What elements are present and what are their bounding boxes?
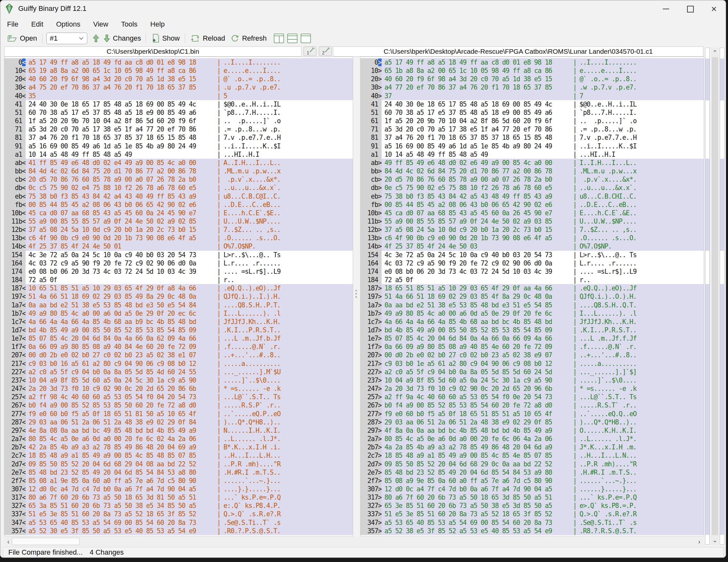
hex-row[interactable]: 2c7<18 85 48 a9 a1 85 49 a9 00 85 4c 85 … — [4, 451, 353, 460]
hex-row[interactable]: bb>84 4d 4c 02 6d 84 75 20 d1 70 86 77 a… — [360, 167, 704, 175]
hex-row[interactable]: 287>29 03 aa 06 51 2a 06 51 2a 48 38 e9 … — [360, 418, 704, 426]
hex-row[interactable]: 51 60 70 38 a5 17 e5 37 85 48 a5 18 e9 0… — [4, 108, 353, 117]
hex-row[interactable]: 10<65 19 a8 8a a2 00 65 1c 10 05 98 49 f… — [4, 67, 353, 75]
refresh-button[interactable]: Refresh — [228, 34, 269, 43]
minimize-icon[interactable] — [659, 4, 673, 14]
hex-row[interactable]: 197>51 4a 66 51 18 69 02 29 03 85 4f 8a … — [360, 292, 704, 301]
split-horizontal-icon[interactable] — [287, 34, 297, 43]
hex-row[interactable]: 257>a2 ff 9a 4c 40 60 60 a5 53 05 54 f0 … — [360, 393, 704, 401]
menu-item-view[interactable]: View — [93, 20, 108, 28]
hex-row[interactable]: 41 24 40 30 0e 18 65 17 85 48 a5 18 69 0… — [4, 100, 353, 108]
hex-row[interactable]: 2e7>85 48 bd 23 52 85 49 20 04 6d 85 54 … — [360, 468, 704, 477]
edit-file-2-button[interactable]: 2 — [319, 46, 332, 56]
hex-row[interactable]: 13b>c6 4f 90 0b c9 e0 90 0d 20 1b 73 90 … — [360, 234, 704, 242]
hex-row[interactable]: 174 e0 08 b0 06 20 3d 73 4c 03 72 24 5d … — [360, 267, 704, 276]
hex-row[interactable]: 81 37 a4 76 20 f1 70 18 65 37 85 37 18 6… — [360, 133, 704, 142]
hex-row[interactable]: 1d7>bd 4b 85 49 a9 00 85 50 85 52 85 53 … — [360, 326, 704, 334]
hex-row[interactable]: 347<a5 53 65 40 85 53 a5 54 69 00 85 54 … — [4, 518, 353, 527]
hex-row[interactable]: 154 4c 3e 72 a5 0a 24 5c 10 0a c9 40 b0 … — [4, 251, 353, 259]
hex-row[interactable]: 51 60 70 38 a5 17 e5 37 85 48 a5 18 e9 0… — [360, 108, 704, 117]
hex-row[interactable]: 154 4c 3e 72 a5 0a 24 5c 10 0a c9 40 b0 … — [360, 251, 704, 259]
hex-row[interactable]: 2b7<42 2a 85 4b a9 a3 a2 78 85 49 86 48 … — [4, 443, 353, 451]
hex-row[interactable]: fb>00 85 44 85 45 a2 08 06 43 b0 06 65 4… — [360, 201, 704, 209]
hex-row[interactable]: 1b7>49 a9 80 85 4c a0 00 a6 0d a5 0e 29 … — [360, 309, 704, 318]
hex-row[interactable]: 267<b0 f4 a9 00 85 52 85 53 85 50 60 20 … — [4, 401, 353, 409]
next-change-button[interactable] — [101, 34, 112, 43]
hex-row[interactable]: 184 72 a5 0f|r.. — [360, 276, 704, 284]
menu-item-edit[interactable]: Edit — [31, 20, 43, 28]
hex-row[interactable]: 0>a5 17 49 ff a8 a5 18 49 ff aa c8 d0 01… — [360, 58, 704, 67]
horizontal-scrollbar[interactable]: ‹ › — [4, 537, 703, 546]
diff-overview-strip-left[interactable] — [705, 48, 710, 545]
hex-row[interactable]: 10b>45 ca d0 07 aa 68 85 43 a5 45 60 0a … — [360, 209, 704, 217]
hex-row[interactable]: 2f7<85 08 a1 9e 85 0a 60 a0 ff a5 7e a6 … — [4, 477, 353, 485]
hex-row[interactable]: 61 1f a5 20 20 9b 70 10 04 a2 8f 86 5d 6… — [360, 117, 704, 125]
change-selector[interactable]: #1 — [46, 33, 87, 44]
hex-row[interactable]: 317>80 a6 7f 60 20 6b 73 a5 50 18 65 3d … — [360, 493, 704, 502]
hex-row[interactable]: 207<00 d0 2b e0 02 b0 27 c0 02 b0 23 a5 … — [4, 351, 353, 359]
hex-row[interactable]: 164 4c 03 72 c9 a5 90 f9 20 fe 72 c9 02 … — [360, 259, 704, 267]
hex-row[interactable]: 297<4e 8a 08 0a aa bd bc 49 85 48 bd bd … — [4, 426, 353, 435]
scroll-left-icon[interactable]: ‹ — [4, 537, 12, 546]
hex-row[interactable]: 187>18 65 51 85 51 a5 10 29 03 65 4f 29 … — [360, 284, 704, 292]
hex-row[interactable]: 2e7<85 48 bd 23 52 85 49 20 04 6d 85 54 … — [4, 468, 353, 477]
hex-row[interactable]: 337<51 e5 3e 85 51 60 20 8a 73 a5 52 18 … — [4, 510, 353, 518]
hex-row[interactable]: 61 1f a5 20 20 9b 70 10 04 a2 8f 86 5d 6… — [4, 117, 353, 125]
hex-row[interactable]: 13b<c6 4f 90 0b c9 e0 90 0d 20 1b 73 90 … — [4, 234, 353, 242]
hex-row[interactable]: 247>2a 20 3d 73 f0 10 c9 02 90 0c 20 2d … — [360, 384, 704, 393]
hex-row[interactable]: 10>65 1b a8 8a a2 00 65 1c 10 05 98 49 f… — [360, 67, 704, 75]
hex-row[interactable]: 357>a5 52 38 e5 3f 85 52 a5 53 e5 40 85 … — [360, 527, 704, 535]
hex-row[interactable]: 327>65 3e 85 51 60 20 6b 73 a5 50 38 e5 … — [360, 502, 704, 510]
scroll-down-icon[interactable]: ⌄ — [711, 535, 719, 545]
hex-row[interactable]: 10b<45 ca d0 07 aa 68 85 43 a5 45 60 0a … — [4, 209, 353, 217]
hex-row[interactable]: 1a7>0a aa bd e2 51 38 e5 53 85 48 bd e3 … — [360, 301, 704, 309]
hex-row[interactable]: a1 10 14 a5 48 49 ff 85 48 a5 49|...HI..… — [360, 150, 704, 159]
hex-row[interactable]: ab<41 ff 85 49 e6 48 d0 02 e4 49 a9 00 8… — [4, 159, 353, 167]
diff-panel-right[interactable]: 0>a5 17 49 ff a8 a5 18 49 ff aa c8 d0 01… — [360, 57, 704, 536]
hex-row[interactable]: 20<40 60 20 f9 6f 98 a4 3d 20 c0 70 a5 1… — [4, 75, 353, 83]
hex-row[interactable]: 2b7>4a 2a 85 4b a9 a3 a2 78 85 49 86 48 … — [360, 443, 704, 451]
hex-row[interactable]: 11b<55 a9 00 85 55 85 57 a9 0f 24 4e 50 … — [4, 217, 353, 226]
hex-row[interactable]: 81 37 a4 76 20 f1 70 18 65 37 85 37 18 6… — [4, 133, 353, 142]
hex-row[interactable]: 14b>4f 25 37 85 4f 24 4e 50 03|O%7.O$NP. — [360, 242, 704, 250]
hex-row[interactable]: 1b7<49 a9 80 85 4c a0 00 a6 0d a5 0e 29 … — [4, 309, 353, 318]
hex-row[interactable]: 11b>55 a9 00 85 55 85 57 a9 0f 24 4e 50 … — [360, 217, 704, 226]
maximize-icon[interactable] — [683, 4, 698, 14]
open-button[interactable]: Open — [5, 34, 40, 43]
hex-row[interactable]: 187<10 65 51 85 51 a5 10 29 03 65 4f 29 … — [4, 284, 353, 292]
hex-row[interactable]: 164 4c 03 72 c9 a5 90 f9 20 fe 72 c9 02 … — [4, 259, 353, 267]
hex-row[interactable]: bb<84 4d 4c 02 6d 84 75 20 d1 70 86 77 a… — [4, 167, 353, 175]
hex-row[interactable]: 2a7<80 85 4c a5 0e a6 0d a0 00 20 fe 6c … — [4, 435, 353, 443]
hex-row[interactable]: 1d7<bd 4b 85 49 a9 00 85 50 85 52 85 53 … — [4, 326, 353, 334]
hex-row[interactable]: 347>a5 53 65 40 85 53 a5 54 69 00 85 54 … — [360, 518, 704, 527]
hex-row[interactable]: 2d7>09 85 50 85 52 20 04 6d 68 29 0c 0a … — [360, 460, 704, 468]
hex-row[interactable]: eb<75 38 b0 f3 85 43 84 42 a4 43 40 49 f… — [4, 192, 353, 201]
hex-row[interactable]: fb<00 85 44 85 45 a2 08 06 43 b0 06 65 4… — [4, 201, 353, 209]
hex-row[interactable]: 12b<37 a5 08 24 5a 10 0d c9 20 b0 1a 20 … — [4, 226, 353, 234]
hex-row[interactable]: 327<65 3a 85 51 60 20 6b 73 a5 50 38 e5 … — [4, 502, 353, 510]
hex-row[interactable]: 357<a5 52 30 e5 3f 85 50 a5 53 e5 40 85 … — [4, 527, 353, 535]
right-file-path[interactable]: C:\Users\bperk\Desktop\Arcade-Rescue\FPG… — [333, 46, 703, 57]
hex-row[interactable]: cb<20 d5 70 86 76 60 85 78 a9 00 a0 07 2… — [4, 175, 353, 184]
close-icon[interactable]: × — [707, 4, 721, 14]
hex-row[interactable]: 237<10 04 a9 8f 85 5d 60 a5 0a 24 5c 30 … — [4, 376, 353, 384]
hex-row[interactable]: 2c7>18 85 48 a9 a1 85 49 a9 00 85 4c 85 … — [360, 451, 704, 460]
hex-row[interactable]: 247<2a 20 3d 73 f0 10 c9 02 90 0c 20 2d … — [4, 384, 353, 393]
hex-row[interactable]: 12b>37 a5 08 24 5a 10 0d c9 20 b0 1a 20 … — [360, 226, 704, 234]
single-pane-icon[interactable] — [301, 34, 311, 43]
hex-row[interactable]: 227<a2 c0 a5 5f c9 04 b0 0a 8a 05 5d 85 … — [4, 368, 353, 376]
menu-item-help[interactable]: Help — [150, 20, 165, 28]
hex-row[interactable]: 91 a5 16 69 00 85 49 a6 1d a5 1e 85 4b a… — [360, 142, 704, 150]
hex-row[interactable]: 40>37|7 — [360, 92, 704, 100]
hex-row[interactable]: 1e7<85 07 85 4c 20 04 6d 84 0a 4a 66 0a … — [4, 334, 353, 343]
scroll-right-icon[interactable]: › — [695, 537, 703, 546]
hex-row[interactable]: 257<a2 ff 98 4c 40 60 60 a5 53 05 54 f0 … — [4, 393, 353, 401]
menu-item-options[interactable]: Options — [56, 20, 80, 28]
menu-item-file[interactable]: File — [7, 20, 18, 28]
hex-row[interactable]: 2f7>85 08 a9 9e 85 0a 60 a0 ff a5 7e a6 … — [360, 477, 704, 485]
hex-row[interactable]: 1c7<4a 66 4a 4a 66 4a 85 4b 68 aa b9 bc … — [4, 318, 353, 326]
horizontal-scrollbar-thumb[interactable] — [12, 538, 80, 545]
previous-change-button[interactable] — [91, 34, 101, 43]
hex-row[interactable]: db<0c c5 75 90 02 e4 75 88 10 f2 26 78 a… — [4, 184, 353, 192]
hex-row[interactable]: 0<a5 17 49 ff a8 a5 18 49 fd aa c8 d0 01… — [4, 58, 353, 67]
